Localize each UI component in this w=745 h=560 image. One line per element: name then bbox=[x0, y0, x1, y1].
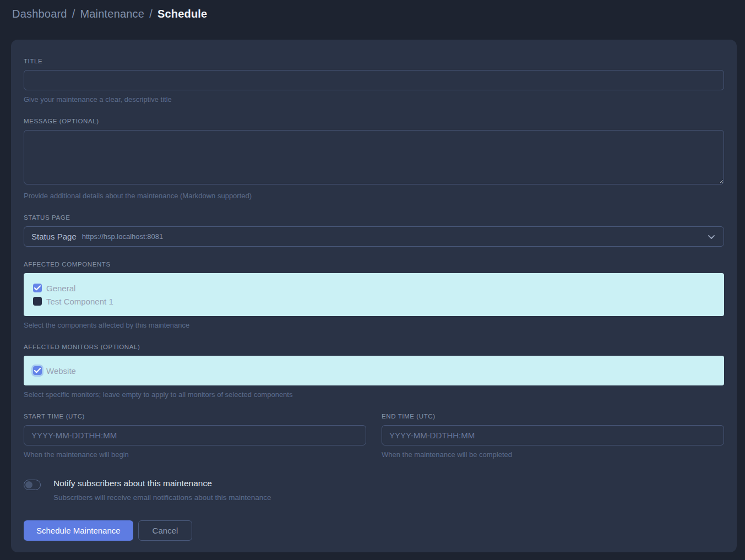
notify-toggle-row: Notify subscribers about this maintenanc… bbox=[24, 479, 724, 502]
component-option-label: General bbox=[46, 284, 75, 293]
breadcrumb-dashboard[interactable]: Dashboard bbox=[12, 8, 67, 20]
start-time-field-group: START TIME (UTC) When the maintenance wi… bbox=[24, 413, 366, 459]
notify-texts: Notify subscribers about this maintenanc… bbox=[53, 479, 271, 502]
breadcrumb-separator: / bbox=[149, 8, 153, 20]
toggle-knob bbox=[25, 481, 32, 488]
breadcrumb: Dashboard / Maintenance / Schedule bbox=[12, 8, 207, 20]
affected-monitors-help-text: Select specific monitors; leave empty to… bbox=[24, 390, 724, 399]
checkbox-icon[interactable] bbox=[33, 284, 42, 292]
breadcrumb-maintenance[interactable]: Maintenance bbox=[80, 8, 144, 20]
message-field-group: MESSAGE (OPTIONAL) Provide additional de… bbox=[24, 118, 724, 200]
affected-monitors-field-group: AFFECTED MONITORS (OPTIONAL) Website Sel… bbox=[24, 344, 724, 399]
monitor-option-website[interactable]: Website bbox=[33, 364, 715, 377]
schedule-maintenance-button[interactable]: Schedule Maintenance bbox=[24, 520, 133, 541]
status-page-selected-name: Status Page bbox=[31, 232, 77, 241]
start-time-help-text: When the maintenance will begin bbox=[24, 450, 366, 459]
title-help-text: Give your maintenance a clear, descripti… bbox=[24, 95, 724, 104]
notify-toggle-switch[interactable] bbox=[24, 480, 41, 490]
title-field-group: TITLE Give your maintenance a clear, des… bbox=[24, 58, 724, 104]
affected-components-field-group: AFFECTED COMPONENTS General Test Compone… bbox=[24, 261, 724, 329]
chevron-down-icon bbox=[707, 232, 716, 241]
message-textarea[interactable] bbox=[24, 130, 724, 184]
component-option-general[interactable]: General bbox=[33, 281, 715, 295]
status-page-label: STATUS PAGE bbox=[24, 214, 724, 221]
time-fields-row: START TIME (UTC) When the maintenance wi… bbox=[24, 413, 724, 459]
title-input[interactable] bbox=[24, 70, 724, 90]
notify-toggle-label[interactable]: Notify subscribers about this maintenanc… bbox=[53, 479, 271, 488]
start-time-label: START TIME (UTC) bbox=[24, 413, 366, 420]
form-actions: Schedule Maintenance Cancel bbox=[24, 520, 724, 541]
checkbox-icon[interactable] bbox=[33, 366, 42, 375]
status-page-selected-url: https://hsp.localhost:8081 bbox=[82, 232, 163, 241]
title-label: TITLE bbox=[24, 58, 724, 64]
affected-monitors-label: AFFECTED MONITORS (OPTIONAL) bbox=[24, 344, 724, 350]
component-option-test-component-1[interactable]: Test Component 1 bbox=[33, 295, 715, 308]
end-time-label: END TIME (UTC) bbox=[382, 413, 724, 420]
component-option-label: Test Component 1 bbox=[46, 297, 113, 306]
breadcrumb-schedule-current: Schedule bbox=[157, 8, 208, 20]
end-time-input[interactable] bbox=[382, 425, 724, 445]
affected-monitors-panel: Website bbox=[24, 356, 724, 385]
start-time-input[interactable] bbox=[24, 425, 366, 445]
end-time-help-text: When the maintenance will be completed bbox=[382, 450, 724, 459]
status-page-field-group: STATUS PAGE Status Page https://hsp.loca… bbox=[24, 214, 724, 247]
notify-help-text: Subscribers will receive email notificat… bbox=[53, 493, 271, 502]
top-bar: Dashboard / Maintenance / Schedule bbox=[0, 0, 745, 28]
cancel-button[interactable]: Cancel bbox=[138, 520, 193, 541]
breadcrumb-separator: / bbox=[72, 8, 75, 20]
message-label: MESSAGE (OPTIONAL) bbox=[24, 118, 724, 124]
monitor-option-label: Website bbox=[46, 366, 76, 376]
status-page-select[interactable]: Status Page https://hsp.localhost:8081 bbox=[24, 226, 724, 247]
end-time-field-group: END TIME (UTC) When the maintenance will… bbox=[382, 413, 724, 459]
schedule-maintenance-form-card: TITLE Give your maintenance a clear, des… bbox=[11, 40, 737, 552]
affected-components-help-text: Select the components affected by this m… bbox=[24, 321, 724, 329]
affected-components-label: AFFECTED COMPONENTS bbox=[24, 261, 724, 268]
checkbox-icon[interactable] bbox=[33, 297, 42, 306]
message-help-text: Provide additional details about the mai… bbox=[24, 192, 724, 200]
affected-components-panel: General Test Component 1 bbox=[24, 273, 724, 316]
